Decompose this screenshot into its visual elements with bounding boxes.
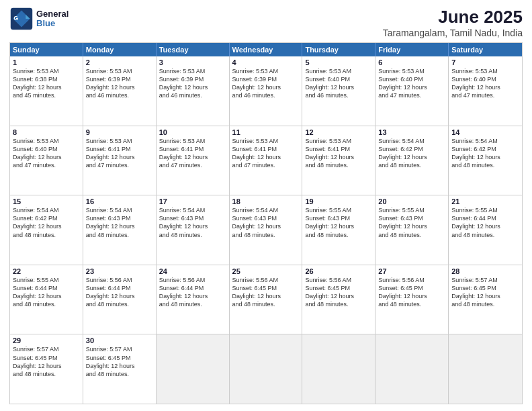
cell-jun6: 6 Sunrise: 5:53 AMSunset: 6:40 PMDayligh… bbox=[375, 56, 449, 126]
calendar: Sunday Monday Tuesday Wednesday Thursday… bbox=[9, 42, 523, 404]
logo-text: General Blue bbox=[36, 9, 69, 29]
cell-jun17: 17 Sunrise: 5:54 AMSunset: 6:43 PMDaylig… bbox=[157, 195, 230, 265]
cell-jun28: 28 Sunrise: 5:57 AMSunset: 6:45 PMDaylig… bbox=[449, 265, 522, 334]
logo-line2: Blue bbox=[36, 19, 69, 28]
week-row-5: 29 Sunrise: 5:57 AMSunset: 6:45 PMDaylig… bbox=[10, 334, 522, 404]
cell-jun7: 7 Sunrise: 5:53 AMSunset: 6:40 PMDayligh… bbox=[449, 56, 522, 126]
header-sunday: Sunday bbox=[10, 43, 83, 56]
cell-jun24: 24 Sunrise: 5:56 AMSunset: 6:44 PMDaylig… bbox=[157, 265, 230, 334]
cell-jun2: 2 Sunrise: 5:53 AMSunset: 6:39 PMDayligh… bbox=[83, 56, 157, 126]
week-row-3: 15 Sunrise: 5:54 AMSunset: 6:42 PMDaylig… bbox=[10, 195, 522, 265]
logo: G General Blue bbox=[9, 7, 69, 31]
cell-jun26: 26 Sunrise: 5:56 AMSunset: 6:45 PMDaylig… bbox=[302, 265, 375, 334]
week-row-2: 8 Sunrise: 5:53 AMSunset: 6:40 PMDayligh… bbox=[10, 126, 522, 196]
logo-icon: G bbox=[9, 7, 34, 31]
cell-jun27: 27 Sunrise: 5:56 AMSunset: 6:45 PMDaylig… bbox=[375, 265, 449, 334]
cell-jun22: 22 Sunrise: 5:55 AMSunset: 6:44 PMDaylig… bbox=[10, 265, 83, 334]
page: G General Blue June 2025 Taramangalam, T… bbox=[0, 0, 532, 411]
cell-empty-3 bbox=[302, 334, 375, 404]
calendar-title: June 2025 bbox=[383, 7, 523, 28]
svg-text:G: G bbox=[13, 15, 18, 21]
calendar-subtitle: Taramangalam, Tamil Nadu, India bbox=[383, 28, 523, 38]
week-row-4: 22 Sunrise: 5:55 AMSunset: 6:44 PMDaylig… bbox=[10, 265, 522, 335]
cell-jun14: 14 Sunrise: 5:54 AMSunset: 6:42 PMDaylig… bbox=[449, 126, 522, 195]
cell-jun4: 4 Sunrise: 5:53 AMSunset: 6:39 PMDayligh… bbox=[230, 56, 303, 126]
header-wednesday: Wednesday bbox=[230, 43, 303, 56]
week-row-1: 1 Sunrise: 5:53 AMSunset: 6:38 PMDayligh… bbox=[10, 56, 522, 126]
cell-jun30: 30 Sunrise: 5:57 AMSunset: 6:45 PMDaylig… bbox=[83, 334, 157, 404]
header-friday: Friday bbox=[375, 43, 449, 56]
cell-empty-5 bbox=[449, 334, 522, 404]
cell-jun3: 3 Sunrise: 5:53 AMSunset: 6:39 PMDayligh… bbox=[157, 56, 230, 126]
cell-jun9: 9 Sunrise: 5:53 AMSunset: 6:41 PMDayligh… bbox=[83, 126, 157, 195]
cell-jun13: 13 Sunrise: 5:54 AMSunset: 6:42 PMDaylig… bbox=[375, 126, 449, 195]
cell-jun25: 25 Sunrise: 5:56 AMSunset: 6:45 PMDaylig… bbox=[230, 265, 303, 334]
cell-jun18: 18 Sunrise: 5:54 AMSunset: 6:43 PMDaylig… bbox=[230, 195, 303, 265]
header-monday: Monday bbox=[83, 43, 157, 56]
cell-jun19: 19 Sunrise: 5:55 AMSunset: 6:43 PMDaylig… bbox=[302, 195, 375, 265]
title-block: June 2025 Taramangalam, Tamil Nadu, Indi… bbox=[383, 7, 523, 38]
cell-empty-4 bbox=[375, 334, 449, 404]
cell-jun1: 1 Sunrise: 5:53 AMSunset: 6:38 PMDayligh… bbox=[10, 56, 83, 126]
calendar-header: Sunday Monday Tuesday Wednesday Thursday… bbox=[10, 43, 522, 56]
calendar-body: 1 Sunrise: 5:53 AMSunset: 6:38 PMDayligh… bbox=[10, 56, 522, 404]
cell-jun20: 20 Sunrise: 5:55 AMSunset: 6:43 PMDaylig… bbox=[375, 195, 449, 265]
header-saturday: Saturday bbox=[449, 43, 522, 56]
cell-jun23: 23 Sunrise: 5:56 AMSunset: 6:44 PMDaylig… bbox=[83, 265, 157, 334]
cell-jun10: 10 Sunrise: 5:53 AMSunset: 6:41 PMDaylig… bbox=[157, 126, 230, 195]
cell-jun15: 15 Sunrise: 5:54 AMSunset: 6:42 PMDaylig… bbox=[10, 195, 83, 265]
header: G General Blue June 2025 Taramangalam, T… bbox=[9, 7, 523, 38]
header-tuesday: Tuesday bbox=[157, 43, 230, 56]
cell-empty-1 bbox=[157, 334, 230, 404]
logo-line1: General bbox=[36, 9, 69, 19]
cell-jun8: 8 Sunrise: 5:53 AMSunset: 6:40 PMDayligh… bbox=[10, 126, 83, 195]
cell-jun29: 29 Sunrise: 5:57 AMSunset: 6:45 PMDaylig… bbox=[10, 334, 83, 404]
cell-jun5: 5 Sunrise: 5:53 AMSunset: 6:40 PMDayligh… bbox=[302, 56, 375, 126]
cell-empty-2 bbox=[230, 334, 303, 404]
cell-jun21: 21 Sunrise: 5:55 AMSunset: 6:44 PMDaylig… bbox=[449, 195, 522, 265]
cell-jun12: 12 Sunrise: 5:53 AMSunset: 6:41 PMDaylig… bbox=[302, 126, 375, 195]
cell-jun11: 11 Sunrise: 5:53 AMSunset: 6:41 PMDaylig… bbox=[230, 126, 303, 195]
header-thursday: Thursday bbox=[302, 43, 375, 56]
cell-jun16: 16 Sunrise: 5:54 AMSunset: 6:43 PMDaylig… bbox=[83, 195, 157, 265]
